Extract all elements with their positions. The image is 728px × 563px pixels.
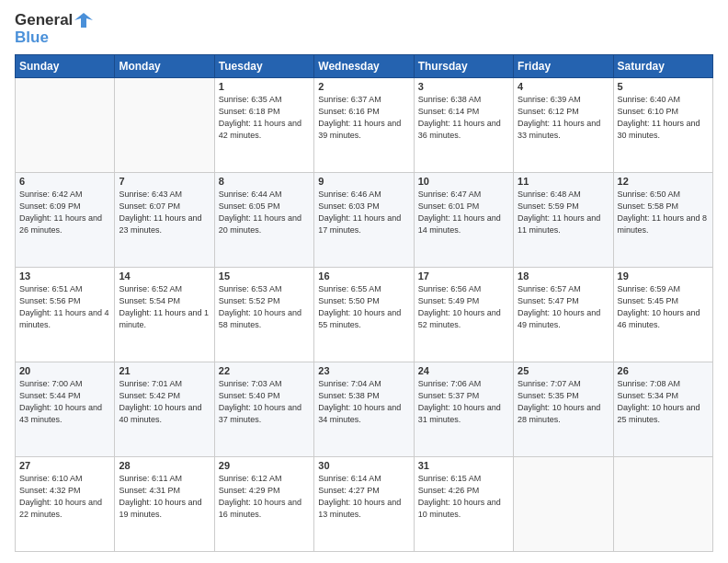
calendar-cell: 17Sunrise: 6:56 AMSunset: 5:49 PMDayligh… (414, 267, 513, 362)
calendar-cell: 18Sunrise: 6:57 AMSunset: 5:47 PMDayligh… (514, 267, 613, 362)
page: General Blue SundayMondayTuesdayWednesda… (0, 0, 728, 563)
calendar-cell: 1Sunrise: 6:35 AMSunset: 6:18 PMDaylight… (214, 77, 313, 172)
day-number: 26 (618, 365, 709, 376)
header-friday: Friday (514, 54, 613, 77)
calendar-cell: 5Sunrise: 6:40 AMSunset: 6:10 PMDaylight… (613, 77, 712, 172)
day-info: Sunrise: 6:12 AMSunset: 4:29 PMDaylight:… (219, 473, 310, 521)
day-number: 2 (318, 81, 409, 92)
day-info: Sunrise: 6:10 AMSunset: 4:32 PMDaylight:… (19, 473, 110, 521)
day-number: 23 (318, 365, 409, 376)
calendar-cell: 20Sunrise: 7:00 AMSunset: 5:44 PMDayligh… (16, 362, 115, 456)
calendar-cell: 24Sunrise: 7:06 AMSunset: 5:37 PMDayligh… (414, 362, 513, 456)
day-number: 17 (418, 270, 509, 282)
calendar-table: SundayMondayTuesdayWednesdayThursdayFrid… (15, 54, 713, 552)
day-info: Sunrise: 7:00 AMSunset: 5:44 PMDaylight:… (19, 378, 110, 426)
day-info: Sunrise: 6:53 AMSunset: 5:52 PMDaylight:… (219, 283, 310, 331)
calendar-cell: 23Sunrise: 7:04 AMSunset: 5:38 PMDayligh… (314, 362, 414, 456)
calendar-cell: 21Sunrise: 7:01 AMSunset: 5:42 PMDayligh… (115, 362, 214, 456)
calendar-cell: 25Sunrise: 7:07 AMSunset: 5:35 PMDayligh… (514, 362, 613, 456)
header-thursday: Thursday (414, 54, 513, 77)
day-info: Sunrise: 6:11 AMSunset: 4:31 PMDaylight:… (119, 473, 210, 521)
logo-bird-icon (74, 11, 93, 29)
day-info: Sunrise: 7:08 AMSunset: 5:34 PMDaylight:… (618, 378, 709, 426)
svg-marker-0 (74, 13, 93, 28)
day-number: 6 (19, 176, 110, 187)
header-sunday: Sunday (16, 54, 115, 77)
day-info: Sunrise: 6:46 AMSunset: 6:03 PMDaylight:… (318, 189, 409, 236)
day-number: 18 (518, 270, 609, 282)
day-number: 31 (418, 460, 509, 471)
calendar-cell: 30Sunrise: 6:14 AMSunset: 4:27 PMDayligh… (314, 456, 414, 551)
logo-blue-text: Blue (15, 29, 93, 47)
day-number: 29 (219, 460, 310, 471)
calendar-cell: 8Sunrise: 6:44 AMSunset: 6:05 PMDaylight… (214, 172, 313, 267)
day-info: Sunrise: 6:55 AMSunset: 5:50 PMDaylight:… (318, 283, 409, 331)
calendar-cell: 31Sunrise: 6:15 AMSunset: 4:26 PMDayligh… (414, 456, 513, 551)
week-row-4: 20Sunrise: 7:00 AMSunset: 5:44 PMDayligh… (16, 362, 713, 456)
calendar-cell: 19Sunrise: 6:59 AMSunset: 5:45 PMDayligh… (613, 267, 712, 362)
day-info: Sunrise: 6:48 AMSunset: 5:59 PMDaylight:… (518, 189, 609, 236)
calendar-cell: 12Sunrise: 6:50 AMSunset: 5:58 PMDayligh… (613, 172, 712, 267)
calendar-header-row: SundayMondayTuesdayWednesdayThursdayFrid… (16, 54, 713, 77)
week-row-2: 6Sunrise: 6:42 AMSunset: 6:09 PMDaylight… (16, 172, 713, 267)
logo-general-text: General (15, 12, 73, 29)
day-number: 13 (19, 270, 110, 282)
day-number: 22 (219, 365, 310, 376)
calendar-cell: 7Sunrise: 6:43 AMSunset: 6:07 PMDaylight… (115, 172, 214, 267)
calendar-cell: 14Sunrise: 6:52 AMSunset: 5:54 PMDayligh… (115, 267, 214, 362)
day-number: 15 (219, 270, 310, 282)
day-number: 12 (618, 176, 709, 187)
calendar-cell: 4Sunrise: 6:39 AMSunset: 6:12 PMDaylight… (514, 77, 613, 172)
header-tuesday: Tuesday (214, 54, 313, 77)
calendar-cell: 29Sunrise: 6:12 AMSunset: 4:29 PMDayligh… (214, 456, 313, 551)
day-info: Sunrise: 6:35 AMSunset: 6:18 PMDaylight:… (219, 94, 310, 142)
day-info: Sunrise: 6:51 AMSunset: 5:56 PMDaylight:… (19, 283, 110, 331)
logo-container: General Blue (15, 11, 93, 47)
day-number: 11 (518, 176, 609, 187)
day-number: 16 (318, 270, 409, 282)
day-info: Sunrise: 7:04 AMSunset: 5:38 PMDaylight:… (318, 378, 409, 426)
week-row-5: 27Sunrise: 6:10 AMSunset: 4:32 PMDayligh… (16, 456, 713, 551)
day-number: 9 (318, 176, 409, 187)
week-row-3: 13Sunrise: 6:51 AMSunset: 5:56 PMDayligh… (16, 267, 713, 362)
day-info: Sunrise: 7:07 AMSunset: 5:35 PMDaylight:… (518, 378, 609, 426)
calendar-cell: 10Sunrise: 6:47 AMSunset: 6:01 PMDayligh… (414, 172, 513, 267)
day-number: 25 (518, 365, 609, 376)
calendar-cell: 26Sunrise: 7:08 AMSunset: 5:34 PMDayligh… (613, 362, 712, 456)
day-number: 14 (119, 270, 210, 282)
day-number: 21 (119, 365, 210, 376)
day-number: 7 (119, 176, 210, 187)
day-info: Sunrise: 6:38 AMSunset: 6:14 PMDaylight:… (418, 94, 509, 142)
header-saturday: Saturday (613, 54, 712, 77)
day-number: 3 (418, 81, 509, 92)
day-info: Sunrise: 6:42 AMSunset: 6:09 PMDaylight:… (19, 189, 110, 236)
day-number: 27 (19, 460, 110, 471)
day-info: Sunrise: 6:15 AMSunset: 4:26 PMDaylight:… (418, 473, 509, 521)
calendar-cell (16, 77, 115, 172)
calendar-cell: 11Sunrise: 6:48 AMSunset: 5:59 PMDayligh… (514, 172, 613, 267)
day-number: 28 (119, 460, 210, 471)
day-info: Sunrise: 6:59 AMSunset: 5:45 PMDaylight:… (618, 283, 709, 331)
day-info: Sunrise: 6:44 AMSunset: 6:05 PMDaylight:… (219, 189, 310, 236)
calendar-cell: 3Sunrise: 6:38 AMSunset: 6:14 PMDaylight… (414, 77, 513, 172)
day-info: Sunrise: 6:52 AMSunset: 5:54 PMDaylight:… (119, 283, 210, 331)
day-number: 4 (518, 81, 609, 92)
day-info: Sunrise: 7:03 AMSunset: 5:40 PMDaylight:… (219, 378, 310, 426)
calendar-cell (514, 456, 613, 551)
day-info: Sunrise: 7:01 AMSunset: 5:42 PMDaylight:… (119, 378, 210, 426)
day-number: 24 (418, 365, 509, 376)
day-info: Sunrise: 6:57 AMSunset: 5:47 PMDaylight:… (518, 283, 609, 331)
day-info: Sunrise: 6:50 AMSunset: 5:58 PMDaylight:… (618, 189, 709, 236)
week-row-1: 1Sunrise: 6:35 AMSunset: 6:18 PMDaylight… (16, 77, 713, 172)
calendar-cell: 2Sunrise: 6:37 AMSunset: 6:16 PMDaylight… (314, 77, 414, 172)
day-number: 19 (618, 270, 709, 282)
calendar-cell: 15Sunrise: 6:53 AMSunset: 5:52 PMDayligh… (214, 267, 313, 362)
day-number: 20 (19, 365, 110, 376)
logo: General Blue (15, 11, 93, 47)
day-number: 5 (618, 81, 709, 92)
day-info: Sunrise: 6:37 AMSunset: 6:16 PMDaylight:… (318, 94, 409, 142)
calendar-cell: 13Sunrise: 6:51 AMSunset: 5:56 PMDayligh… (16, 267, 115, 362)
day-info: Sunrise: 6:43 AMSunset: 6:07 PMDaylight:… (119, 189, 210, 236)
calendar-cell: 22Sunrise: 7:03 AMSunset: 5:40 PMDayligh… (214, 362, 313, 456)
header: General Blue (15, 11, 713, 47)
